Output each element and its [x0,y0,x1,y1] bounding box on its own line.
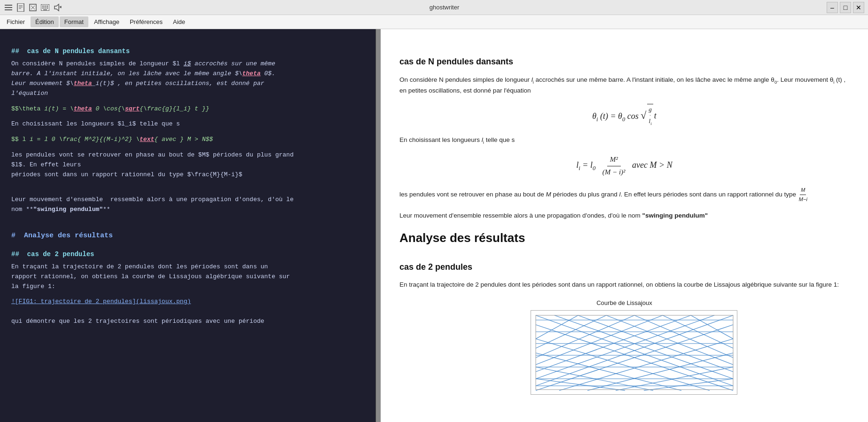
menu-format[interactable]: Format [60,16,88,27]
svg-rect-0 [5,5,12,6]
svg-rect-15 [45,8,46,8]
minimize-button[interactable]: – [827,2,838,13]
svg-line-56 [644,379,733,391]
preview-para-2: En choisissant les longueurs li telle qu… [399,135,849,146]
chart-svg-area: 0.4 0.3 0.2 0.1 0.0 [531,310,737,395]
chart-title: Courbe de Lissajoux [596,298,652,308]
editor-para-1: On considère N pendules simples de longu… [11,59,364,98]
editor-pane[interactable]: ## cas de N pendules dansants On considè… [0,29,376,422]
preview-para-5: En traçant la trajectoire de 2 pendules … [399,280,849,290]
swinging-pendulum-bold: "swinging pendulum" [642,212,708,219]
editor-formula-2: $$ l i = l 0 \frac{ M^2}{(M-i)^2} \text{… [11,135,364,145]
keyboard-icon[interactable] [40,3,50,12]
preview-formula-1: θi (t) = θ0 cos √ g li t [399,104,849,127]
svg-rect-17 [43,9,47,10]
editor-h2-2pendules: ## cas de 2 pendules [11,249,364,259]
editor-para-6: qui démontre que les 2 trajectoires sont… [11,317,364,327]
editor-image-link: ![FIG1: trajectoire de 2 pendules](lissa… [11,297,364,307]
preview-para-3: les pendules vont se retrouver en phase … [399,186,849,203]
svg-rect-1 [5,7,12,8]
menu-affichage[interactable]: Affichage [89,16,124,27]
close-button[interactable]: ✕ [853,2,864,13]
svg-rect-2 [5,9,12,10]
editor-h1-analyse: # Analyse des résultats [11,230,364,242]
editor-para-4: Leur mouvement d'ensemble ressemble alor… [11,195,364,215]
mute-icon[interactable] [53,3,62,12]
svg-rect-12 [45,6,46,7]
preview-para-1: On considère N pendules simples de longu… [399,75,849,97]
preview-pane[interactable]: cas de N pendules dansants On considère … [381,29,868,422]
preview-h2-pendules: cas de N pendules dansants [399,55,849,69]
editor-para-3: les pendules vont se retrouver en phase … [11,150,364,180]
menu-edition[interactable]: Édition [31,16,59,27]
svg-line-49 [536,315,634,358]
preview-formula-2: li = l0 M² (M − i)² avec M > N [399,154,849,178]
menu-aide[interactable]: Aide [168,16,190,27]
svg-rect-11 [42,6,44,7]
menu-preferences[interactable]: Préférences [125,16,167,27]
svg-rect-3 [17,3,24,12]
editor-h2-pendules: ## cas de N pendules dansants [11,46,364,56]
svg-marker-18 [55,4,59,11]
titlebar-icons [4,3,62,12]
editor-para-2: En choisissant les longueurs $l_i$ telle… [11,119,364,129]
preview-para-4: Leur mouvement d'ensemble ressemble alor… [399,211,849,221]
lissajoux-chart: Courbe de Lissajoux 0.4 0.3 0.2 0.1 0.0 [399,298,849,395]
app-title: ghostwriter [66,4,823,11]
editor-para-5: En traçant la trajectoire de 2 pendules … [11,262,364,291]
preview-h2-2pendules: cas de 2 pendules [399,260,849,274]
svg-line-44 [536,379,625,391]
document-icon[interactable] [16,3,25,12]
svg-rect-14 [42,8,44,8]
editor-content: ## cas de N pendules dansants On considè… [11,46,364,327]
titlebar: ghostwriter – □ ✕ [0,0,868,15]
pane-divider[interactable] [376,29,381,422]
main-container: ## cas de N pendules dansants On considè… [0,29,868,422]
svg-rect-13 [47,6,48,7]
expand-icon[interactable] [28,3,38,12]
restore-button[interactable]: □ [840,2,851,13]
window-controls: – □ ✕ [827,2,864,13]
editor-formula-1: $$\theta i(t) = \theta 0 \cos{\sqrt{\fra… [11,104,364,114]
svg-line-37 [634,315,733,358]
svg-rect-16 [47,8,48,8]
menu-fichier[interactable]: Fichier [2,16,30,27]
menu-icon[interactable] [4,3,13,12]
menubar: Fichier Édition Format Affichage Préfére… [0,15,868,29]
preview-h1-analyse: Analyse des résultats [399,227,849,248]
